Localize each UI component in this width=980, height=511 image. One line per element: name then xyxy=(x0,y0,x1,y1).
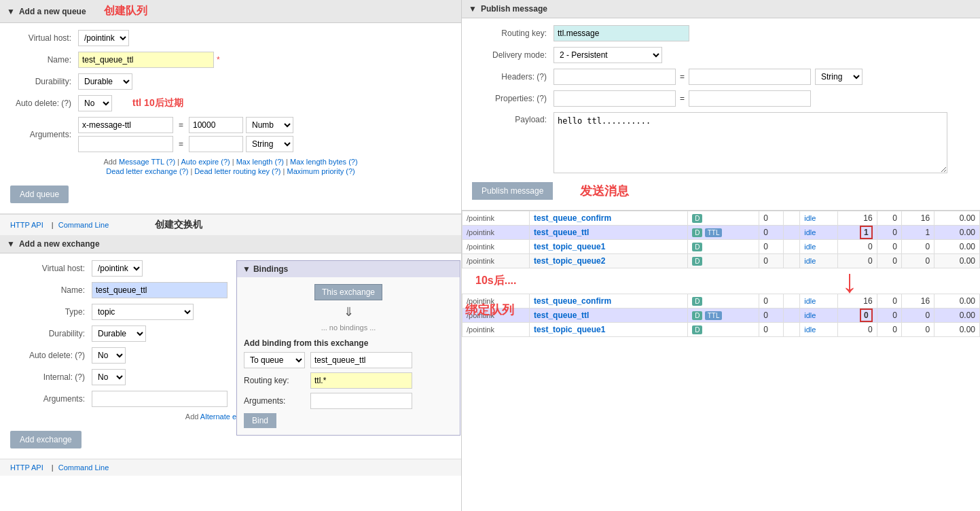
headers-key-input[interactable] xyxy=(553,69,676,85)
hint-max-length-bytes-link[interactable]: Max length bytes (?) xyxy=(290,158,358,166)
table-cell-col9: 0.00 xyxy=(934,309,980,323)
red-arrow-icon: ↓ xyxy=(841,265,858,298)
table-cell-col4 xyxy=(784,254,800,268)
exchange-http-api-link[interactable]: HTTP API xyxy=(10,463,43,472)
publish-message-button[interactable]: Publish message xyxy=(472,182,553,200)
queue-name-input[interactable] xyxy=(78,52,214,68)
table-cell-col7: 0 xyxy=(877,323,901,337)
payload-textarea[interactable] xyxy=(553,112,947,173)
table-cell-col7: 0 xyxy=(877,211,901,226)
queue-arg2-type-select[interactable]: String Numb xyxy=(246,136,293,152)
hint-max-priority-link[interactable]: Maximum priority (?) xyxy=(287,167,355,175)
exchange-autodelete-select[interactable]: No Yes xyxy=(92,347,126,364)
table-cell-vhost: /pointink xyxy=(462,226,530,240)
table-cell-name[interactable]: test_topic_queue2 xyxy=(530,254,688,268)
add-queue-button[interactable]: Add queue xyxy=(10,186,69,203)
exchange-vhost-select[interactable]: /pointink xyxy=(92,260,143,277)
add-exchange-button[interactable]: Add exchange xyxy=(10,431,81,448)
properties-key-input[interactable] xyxy=(553,90,676,107)
hint-dead-letter-key-link[interactable]: Dead letter routing key (?) xyxy=(194,167,280,175)
binding-queue-input[interactable] xyxy=(310,352,412,368)
queue-arg2-row: = String Numb xyxy=(78,136,293,152)
table-cell-col8: 0 xyxy=(901,323,934,337)
hint-max-length-link[interactable]: Max length (?) xyxy=(236,158,284,166)
table-cell-name[interactable]: test_queue_ttl xyxy=(530,309,688,323)
table-cell-col9: 0.00 xyxy=(934,240,980,254)
table-cell-status[interactable]: idle xyxy=(800,294,837,309)
this-exchange-button[interactable]: This exchange xyxy=(314,284,382,300)
add-exchange-section-header: ▼ Add a new exchange xyxy=(0,235,461,253)
exchange-args-label: Arguments: xyxy=(10,394,92,404)
queue-arg-key-input[interactable] xyxy=(78,117,173,133)
queue-form: Virtual host: /pointink Name: * Durabili… xyxy=(0,23,461,214)
queue-arg2-key-input[interactable] xyxy=(78,136,173,152)
hint-dead-letter-link[interactable]: Dead letter exchange (?) xyxy=(106,167,188,175)
publish-section: ▼ Publish message Routing key: Delivery … xyxy=(462,0,980,211)
annotation-create-queue: 创建队列 xyxy=(104,4,147,18)
table-cell-status[interactable]: idle xyxy=(800,211,837,226)
queue-arg-val-input[interactable] xyxy=(189,117,243,133)
headers-val-input[interactable] xyxy=(689,69,811,85)
table-cell-name[interactable]: test_topic_queue1 xyxy=(530,323,688,337)
bindings-down-arrow: ⇓ xyxy=(244,304,453,319)
queue-http-api-link[interactable]: HTTP API xyxy=(10,221,43,229)
exchange-type-select[interactable]: topic direct fanout headers xyxy=(92,304,194,320)
binding-routing-key-input[interactable] xyxy=(310,372,412,389)
exchange-args-input[interactable] xyxy=(92,391,228,407)
table-cell-col6: 0 xyxy=(837,309,877,323)
annotation-10s-text: 10s后.... xyxy=(475,274,516,288)
bind-button[interactable]: Bind xyxy=(244,413,276,428)
exchange-name-label: Name: xyxy=(10,285,92,295)
binding-args-input[interactable] xyxy=(310,393,412,409)
queue-durability-select[interactable]: Durable Transient xyxy=(78,73,132,90)
queue-name-row: Name: * xyxy=(10,52,451,68)
table-cell-tags: D TTL xyxy=(688,309,759,323)
add-binding-title: Add binding from this exchange xyxy=(244,338,453,348)
routing-key-input[interactable] xyxy=(553,25,689,41)
hint-auto-expire-link[interactable]: Auto expire (?) xyxy=(181,158,230,166)
binding-routing-key-row: Routing key: xyxy=(244,372,453,389)
queue-arg-type-select[interactable]: Numb String xyxy=(246,117,293,133)
binding-to-select[interactable]: To queue To exchange xyxy=(244,352,305,368)
table-cell-col7: 0 xyxy=(877,226,901,240)
queue-args-row: Arguments: = Numb String = xyxy=(10,117,451,152)
bindings-popup-header: ▼ Bindings xyxy=(237,261,460,277)
table-cell-name[interactable]: test_queue_confirm xyxy=(530,211,688,226)
exchange-name-input[interactable] xyxy=(92,282,228,298)
table-cell-name[interactable]: test_queue_ttl xyxy=(530,226,688,240)
queue-vhost-row: Virtual host: /pointink xyxy=(10,30,451,46)
publish-bottom-row: Publish message 发送消息 xyxy=(472,179,970,203)
table-cell-col3: 0 xyxy=(759,254,784,268)
queue-section-arrow: ▼ xyxy=(7,7,15,16)
hint-msg-ttl-link[interactable]: Message TTL (?) xyxy=(119,158,175,166)
exchange-section-title: Add a new exchange xyxy=(19,239,100,249)
delivery-mode-row: Delivery mode: 2 - Persistent 1 - Non-pe… xyxy=(472,47,970,63)
delivery-mode-select[interactable]: 2 - Persistent 1 - Non-persistent xyxy=(553,47,662,63)
table-cell-name[interactable]: test_queue_confirm xyxy=(530,294,688,309)
table-cell-status[interactable]: idle xyxy=(800,240,837,254)
exchange-durability-select[interactable]: Durable Transient xyxy=(92,325,146,342)
exchange-command-line-link[interactable]: Command Line xyxy=(58,463,109,472)
queue-autodelete-row: Auto delete: (?) No Yes ttl 10后过期 xyxy=(10,95,451,111)
table-cell-col6: 1 xyxy=(837,226,877,240)
queue-autodelete-select[interactable]: No Yes xyxy=(78,95,112,111)
queue-command-line-link[interactable]: Command Line xyxy=(58,221,109,229)
table-cell-status[interactable]: idle xyxy=(800,226,837,240)
headers-type-select[interactable]: String Number xyxy=(815,69,863,85)
table-cell-status[interactable]: idle xyxy=(800,254,837,268)
queue-arg2-val-input[interactable] xyxy=(189,136,243,152)
queue-vhost-select[interactable]: /pointink xyxy=(78,30,129,46)
table-cell-tags: D xyxy=(688,294,759,309)
table-cell-col6: 16 xyxy=(837,211,877,226)
headers-label: Headers: (?) xyxy=(472,72,553,82)
table-cell-name[interactable]: test_topic_queue1 xyxy=(530,240,688,254)
queue-name-label: Name: xyxy=(10,55,78,65)
exchange-durability-label: Durability: xyxy=(10,329,92,338)
table-cell-status[interactable]: idle xyxy=(800,323,837,337)
annotation-bind-queue: 绑定队列 xyxy=(465,302,514,318)
properties-row: Properties: (?) = xyxy=(472,90,970,107)
exchange-internal-select[interactable]: No Yes xyxy=(92,369,126,385)
properties-val-input[interactable] xyxy=(689,90,811,107)
payload-label: Payload: xyxy=(472,112,553,124)
table-cell-status[interactable]: idle xyxy=(800,309,837,323)
